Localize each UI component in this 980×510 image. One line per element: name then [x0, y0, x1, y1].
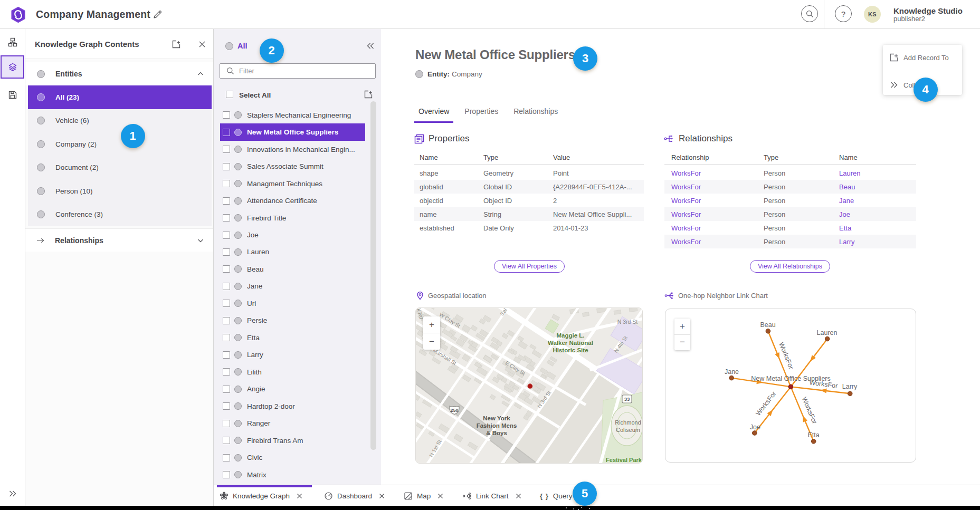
record-checkbox[interactable]: [223, 129, 230, 136]
relationship-link[interactable]: WorksFor: [664, 210, 764, 218]
related-record-link[interactable]: Jane: [839, 197, 902, 205]
entity-type-item[interactable]: Person (10): [28, 179, 212, 203]
record-list-item[interactable]: Larry: [220, 347, 365, 363]
zoom-in-button[interactable]: +: [674, 319, 690, 334]
record-list-item[interactable]: Lilith: [220, 363, 365, 380]
entity-type-item[interactable]: Document (2): [28, 156, 212, 180]
entity-type-item[interactable]: All (23): [28, 85, 212, 109]
add-record-icon[interactable]: [364, 90, 373, 99]
record-list-item[interactable]: Managment Techniques: [220, 175, 365, 192]
one-hop-link-chart[interactable]: WorksFor WorksFor WorksFor WorksFor Beau…: [665, 309, 916, 463]
view-all-properties-button[interactable]: View All Properties: [494, 260, 565, 273]
record-checkbox[interactable]: [223, 163, 230, 170]
zoom-out-button[interactable]: −: [674, 335, 690, 351]
expand-relationships-icon[interactable]: [197, 237, 204, 244]
tab-overview[interactable]: Overview: [414, 107, 453, 123]
record-checkbox[interactable]: [223, 471, 230, 478]
record-list-item[interactable]: Matrix: [220, 466, 365, 483]
record-checkbox[interactable]: [223, 248, 230, 256]
close-tab-icon[interactable]: [379, 493, 385, 499]
zoom-in-button[interactable]: +: [423, 316, 440, 333]
search-button[interactable]: [801, 5, 818, 22]
zoom-out-button[interactable]: −: [423, 333, 440, 350]
record-checkbox[interactable]: [223, 283, 230, 290]
avatar[interactable]: KS: [864, 6, 881, 23]
filter-input[interactable]: Filter: [220, 63, 376, 79]
record-checkbox[interactable]: [223, 334, 230, 341]
relationship-link[interactable]: WorksFor: [664, 238, 764, 246]
edit-title-icon[interactable]: [153, 9, 163, 20]
help-button[interactable]: ?: [835, 5, 852, 22]
record-checkbox[interactable]: [223, 146, 230, 153]
record-list-item[interactable]: Jane: [220, 278, 365, 295]
record-checkbox[interactable]: [223, 437, 230, 444]
record-list-item[interactable]: Lauren: [220, 244, 365, 261]
relationship-link[interactable]: WorksFor: [664, 197, 764, 205]
related-record-link[interactable]: Larry: [839, 238, 902, 246]
entity-type-item[interactable]: Company (2): [28, 132, 212, 156]
record-list-item[interactable]: Beau: [220, 261, 365, 277]
related-record-link[interactable]: Etta: [839, 224, 902, 232]
record-list-item[interactable]: Uri: [220, 295, 365, 312]
record-list-item[interactable]: New Metal Office Suppliers: [220, 123, 365, 140]
record-list-item[interactable]: Joe: [220, 226, 365, 243]
select-all-checkbox[interactable]: [226, 91, 233, 98]
record-checkbox[interactable]: [223, 317, 230, 324]
record-checkbox[interactable]: [223, 402, 230, 410]
entity-type-item[interactable]: Conference (3): [28, 203, 212, 227]
tab-map[interactable]: Map: [401, 485, 455, 506]
entities-group-header[interactable]: Entities: [25, 62, 213, 85]
close-tab-icon[interactable]: [297, 493, 302, 499]
add-record-icon[interactable]: [172, 40, 180, 49]
layers-rail-button-selected[interactable]: [1, 55, 24, 79]
tab-relationships[interactable]: Relationships: [509, 107, 562, 123]
record-checkbox[interactable]: [223, 420, 230, 427]
records-scrollbar[interactable]: [370, 101, 376, 450]
record-list-item[interactable]: Firebird Trans Am: [220, 432, 365, 449]
entity-type-item[interactable]: Vehicle (6): [28, 109, 212, 133]
save-icon[interactable]: [8, 90, 17, 100]
geospatial-map[interactable]: W Clay St E Clay St W Marshall St N 3rd …: [415, 307, 643, 464]
view-all-relationships-button[interactable]: View All Relationships: [750, 260, 830, 273]
collapse-entities-icon[interactable]: [197, 70, 204, 78]
menu-item-add-record-to[interactable]: Add Record To: [883, 47, 962, 68]
record-list-item[interactable]: Ranger: [220, 415, 365, 431]
record-list-item[interactable]: Angie: [220, 381, 365, 398]
record-checkbox[interactable]: [223, 180, 230, 187]
record-checkbox[interactable]: [223, 265, 230, 273]
record-checkbox[interactable]: [223, 111, 230, 119]
record-list-item[interactable]: Etta: [220, 329, 365, 346]
record-checkbox[interactable]: [223, 197, 230, 205]
record-checkbox[interactable]: [223, 351, 230, 359]
related-record-link[interactable]: Joe: [839, 210, 902, 218]
tab-dashboard[interactable]: Dashboard: [321, 485, 396, 506]
relationships-group-header[interactable]: Relationships: [25, 228, 213, 252]
tab-knowledge-graph[interactable]: Knowledge Graph: [217, 485, 312, 506]
collapse-panel-icon[interactable]: [366, 42, 375, 50]
record-list-item[interactable]: Persie: [220, 312, 365, 329]
record-list-item[interactable]: Firebird Title: [220, 209, 365, 226]
record-checkbox[interactable]: [223, 454, 230, 461]
record-list-item[interactable]: Attendance Certificate: [220, 192, 365, 209]
record-list-item[interactable]: Innovations in Mechanical Engin...: [220, 141, 365, 158]
record-list-item[interactable]: Sales Associate Summit: [220, 158, 365, 175]
record-checkbox[interactable]: [223, 386, 230, 393]
knowledge-studio-logo[interactable]: [10, 6, 26, 23]
relationship-link[interactable]: WorksFor: [664, 183, 764, 191]
close-tab-icon[interactable]: [516, 493, 521, 499]
related-record-link[interactable]: Beau: [839, 183, 902, 191]
record-list-item[interactable]: Civic: [220, 449, 365, 466]
record-list-item[interactable]: Hardtop 2-door: [220, 398, 365, 415]
close-tab-icon[interactable]: [437, 493, 443, 499]
related-record-link[interactable]: Lauren: [839, 169, 902, 177]
expand-rail-icon[interactable]: [8, 490, 17, 497]
data-model-icon[interactable]: [8, 37, 17, 47]
record-checkbox[interactable]: [223, 214, 230, 222]
record-checkbox[interactable]: [223, 368, 230, 376]
tab-link-chart[interactable]: Link Chart: [460, 485, 533, 506]
record-checkbox[interactable]: [223, 232, 230, 239]
record-checkbox[interactable]: [223, 300, 230, 307]
relationship-link[interactable]: WorksFor: [664, 169, 764, 177]
relationship-link[interactable]: WorksFor: [664, 224, 764, 232]
close-panel-icon[interactable]: [198, 41, 206, 48]
